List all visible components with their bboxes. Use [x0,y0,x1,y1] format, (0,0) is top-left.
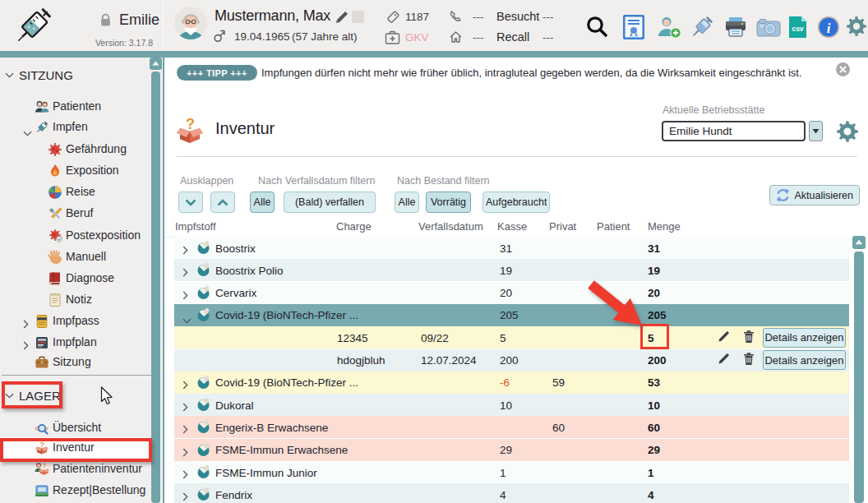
site-settings-icon[interactable] [836,120,859,143]
filter-button-alle[interactable]: Alle [395,192,419,213]
expiry-filter-label: Nach Verfallsdatum filtern [258,175,375,187]
expander-icon[interactable] [23,125,32,140]
sidebar-item-diagnose[interactable]: Diagnose [0,268,151,289]
info-icon[interactable]: i [817,16,840,39]
brand-user-block: Emilie [99,12,159,29]
table-row-vaccine[interactable]: Covid-19 (BioNTech-Pfizer ...-65953 [174,371,849,394]
edit-batch-icon[interactable] [718,353,730,365]
edit-patient-icon[interactable] [335,10,349,25]
sidebar-item-impfpass[interactable]: Impfpass [0,311,151,332]
vial-icon-graphic [196,464,211,479]
site-select-input[interactable]: Emilie Hundt [662,121,806,141]
patient-address: --- [473,31,484,44]
expander-icon[interactable] [182,422,188,437]
kasse-value: 29 [500,444,512,456]
sidebar-section-sitzung[interactable]: SITZUNG [5,64,73,85]
table-scrollbar-thumb[interactable] [854,252,864,503]
sidebar-item--bersicht[interactable]: Übersicht [0,418,151,439]
details-button[interactable]: Details anzeigen [763,350,846,370]
delete-batch-icon-cell[interactable] [743,353,755,368]
expander-icon[interactable] [182,288,188,303]
sidebar-item-exposition[interactable]: Exposition [0,160,151,182]
table-row-vaccine[interactable]: FSME-Immun Erwachsene2929 [174,439,849,461]
table-row-vaccine[interactable]: Engerix-B Erwachsene6060 [174,416,849,438]
sidebar-scroll-up-button[interactable] [150,58,162,70]
expander-icon[interactable] [182,468,188,482]
app-logo-syringe-icon [12,5,54,48]
menge-value: 31 [648,242,660,254]
edit-batch-icon-cell[interactable] [718,330,730,345]
table-scroll-up-button[interactable] [852,236,866,249]
sidebar-item-rezept-bestellung[interactable]: Rezept|Bestellung [0,480,151,501]
add-patient-icon[interactable] [657,16,681,39]
sidebar-item-notiz[interactable]: Notiz [0,289,151,311]
expander-icon[interactable] [182,378,188,393]
vaccination-icon[interactable] [690,15,714,39]
details-button[interactable]: Details anzeigen [763,328,846,348]
title-separator [177,156,857,157]
certificate-icon[interactable] [621,14,646,40]
vaccine-vial-icon [196,464,211,482]
column-header-kasse[interactable]: Kasse [497,220,527,233]
expander-icon[interactable] [182,243,188,258]
filter-button--bald-verfallen[interactable]: (Bald) verfallen [284,192,376,213]
table-row-vaccine[interactable]: Dukoral1010 [174,394,849,416]
vaccine-name: FSME-Immun Erwachsene [215,444,348,456]
cards-icon-graphic [35,483,49,498]
delete-batch-icon[interactable] [743,330,755,343]
refresh-button[interactable]: Aktualisieren [769,185,860,205]
sidebar-item-sitzung[interactable]: Sitzung [0,352,151,373]
table-row-batch[interactable]: hdogjbluh12.07.2024Details anzeigen20020… [174,349,849,373]
column-header-privat[interactable]: Privat [549,220,576,233]
table-row-vaccine[interactable]: Covid-19 (BioNTech-Pfizer ...205205 [174,304,849,326]
edit-batch-icon-cell[interactable] [718,353,730,367]
sidebar-item-impfplan[interactable]: Impfplan [0,332,151,353]
sidebar-item-manuell[interactable]: Manuell [0,247,151,268]
settings-icon[interactable] [846,16,867,37]
expander-icon[interactable] [182,265,188,280]
camera-icon[interactable] [756,18,781,37]
column-header-menge[interactable]: Menge [648,220,681,233]
sidebar-scrollbar-thumb[interactable] [151,72,160,503]
table-row-vaccine[interactable]: Boostrix Polio1919 [174,259,849,281]
table-row-vaccine[interactable]: Cervarix2020 [174,282,849,304]
filter-button-aufgebraucht[interactable]: Aufgebraucht [482,192,550,213]
table-row-vaccine[interactable]: FSME-Immun Junior11 [174,461,849,483]
print-icon[interactable] [724,16,747,38]
column-header-charge[interactable]: Charge [336,220,372,233]
sidebar-item-impfen[interactable]: Impfen [0,117,151,138]
expander-icon[interactable] [182,400,188,415]
sidebar-item-patienten[interactable]: Patienten [0,96,151,118]
delete-batch-icon-cell[interactable] [743,330,755,345]
menge-value: 29 [648,444,660,456]
note-icon-graphic [48,293,62,307]
csv-export-icon[interactable]: csv [787,16,808,39]
kasse-value: 5 [500,331,506,344]
column-header-verfallsdatum[interactable]: Verfallsdatum [418,220,483,233]
site-dropdown-button[interactable] [809,121,823,141]
sidebar-item-beruf[interactable]: Beruf [0,203,151,224]
edit-batch-icon[interactable] [718,330,730,343]
expander-icon[interactable] [182,490,188,503]
sidebar-item-gef-hrdung[interactable]: Gefährdung [0,139,151,160]
table-row-batch[interactable]: 1234509/22Details anzeigen55 [174,326,849,348]
filter-button-vorrätig[interactable]: Vorrätig [426,192,471,213]
table-row-vaccine[interactable]: Boostrix3131 [174,237,849,259]
batch-expiry: 09/22 [421,331,449,344]
patient-number-tag-icon [386,10,400,25]
expander-icon[interactable] [182,445,188,460]
sidebar-item-reise[interactable]: Reise [0,182,151,203]
expander-icon[interactable] [182,312,192,327]
search-icon[interactable] [585,15,608,38]
column-header-patient[interactable]: Patient [597,220,630,233]
visited-value: --- [542,11,554,23]
column-header-impfstoff[interactable]: Impfstoff [175,220,216,233]
filter-button-alle[interactable]: Alle [250,192,275,213]
expand-all-button[interactable] [210,192,235,213]
sidebar-item-postexposition[interactable]: Postexposition [0,225,151,247]
table-row-vaccine[interactable]: Fendrix44 [174,483,849,503]
collapse-all-button[interactable] [178,192,203,213]
expander-icon[interactable] [23,317,29,332]
delete-batch-icon[interactable] [743,353,755,366]
close-icon[interactable] [836,62,850,76]
